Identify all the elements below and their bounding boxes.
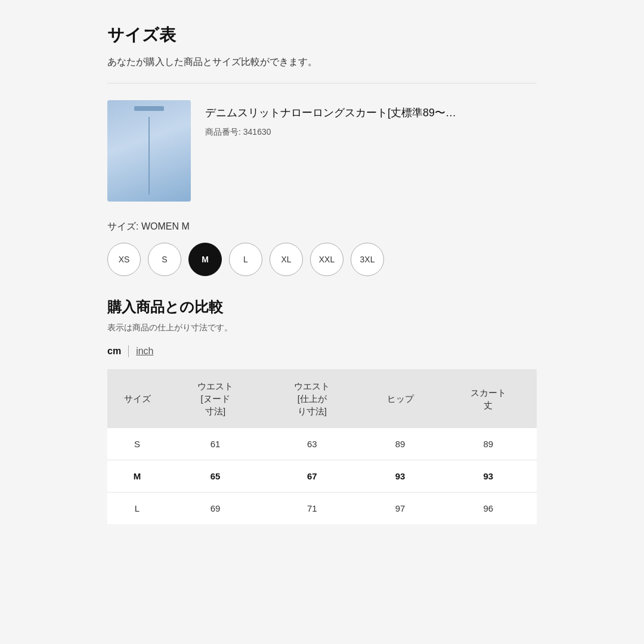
cell-waist-nude: 65 (167, 460, 264, 493)
size-option-xs[interactable]: XS (107, 243, 141, 276)
page-subtitle: あなたが購入した商品とサイズ比較ができます。 (107, 56, 537, 69)
comparison-note: 表示は商品の仕上がり寸法です。 (107, 323, 537, 333)
cell-hip: 97 (360, 493, 439, 525)
cell-waist-nude: 69 (167, 493, 264, 525)
product-image (107, 100, 191, 202)
size-option-m[interactable]: M (188, 243, 222, 276)
col-header-skirt-length: スカート丈 (440, 369, 537, 428)
table-header-row: サイズ ウエスト[ヌード寸法] ウエスト[仕上がり寸法] ヒップ スカート丈 (107, 369, 537, 428)
size-option-3xl[interactable]: 3XL (351, 243, 384, 276)
product-info: デニムスリットナローロングスカート[丈標準89〜… 商品番号: 341630 (205, 100, 537, 138)
page-title: サイズ表 (107, 24, 537, 47)
cell-skirt-length: 96 (440, 493, 537, 525)
divider (107, 83, 537, 83)
cell-size: M (107, 460, 167, 493)
cell-waist-finish: 71 (264, 493, 360, 525)
cell-size: S (107, 428, 167, 460)
table-row: L 69 71 97 96 (107, 493, 537, 525)
unit-cm[interactable]: cm (107, 346, 121, 357)
size-option-xl[interactable]: XL (270, 243, 303, 276)
cell-waist-nude: 61 (167, 428, 264, 460)
col-header-waist-finish: ウエスト[仕上がり寸法] (264, 369, 360, 428)
cell-skirt-length: 89 (440, 428, 537, 460)
size-option-l[interactable]: L (229, 243, 262, 276)
cell-size: L (107, 493, 167, 525)
page-container: サイズ表 あなたが購入した商品とサイズ比較ができます。 デニムスリットナローロン… (0, 0, 644, 644)
cell-waist-finish: 63 (264, 428, 360, 460)
table-row: S 61 63 89 89 (107, 428, 537, 460)
col-header-waist-nude: ウエスト[ヌード寸法] (167, 369, 264, 428)
cell-hip: 93 (360, 460, 439, 493)
table-row: M 65 67 93 93 (107, 460, 537, 493)
unit-divider-line (128, 345, 129, 357)
cell-skirt-length: 93 (440, 460, 537, 493)
product-row: デニムスリットナローロングスカート[丈標準89〜… 商品番号: 341630 (107, 100, 537, 202)
unit-inch[interactable]: inch (136, 346, 153, 357)
unit-selector: cm inch (107, 345, 537, 357)
col-header-size: サイズ (107, 369, 167, 428)
product-image-inner (107, 100, 191, 202)
cell-hip: 89 (360, 428, 439, 460)
size-label: サイズ: WOMEN M (107, 221, 537, 233)
product-number: 商品番号: 341630 (205, 127, 537, 138)
size-table: サイズ ウエスト[ヌード寸法] ウエスト[仕上がり寸法] ヒップ スカート丈 S… (107, 369, 537, 524)
col-header-hip: ヒップ (360, 369, 439, 428)
size-option-s[interactable]: S (148, 243, 181, 276)
size-options: XSSMLXLXXL3XL (107, 243, 537, 276)
product-name: デニムスリットナローロングスカート[丈標準89〜… (205, 105, 537, 121)
cell-waist-finish: 67 (264, 460, 360, 493)
comparison-title: 購入商品との比較 (107, 298, 537, 317)
size-option-xxl[interactable]: XXL (310, 243, 343, 276)
